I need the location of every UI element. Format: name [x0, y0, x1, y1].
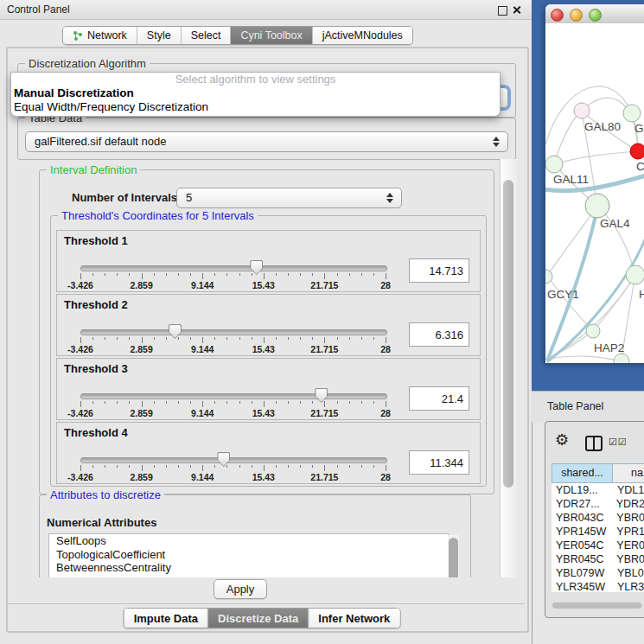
threshold-4-value-field[interactable]: 11.344 [409, 450, 469, 475]
threshold-1-slider[interactable]: -3.4262.8599.14415.4321.71528 [80, 262, 386, 290]
slider-track[interactable] [80, 329, 387, 335]
attributes-list-scrollbar[interactable] [448, 535, 459, 577]
cell-shared-name[interactable]: YPR145W [552, 525, 612, 539]
top-right-node[interactable] [623, 105, 641, 122]
float-window-icon[interactable] [498, 6, 507, 16]
table-row[interactable]: YBL079WYBL0 [552, 566, 644, 580]
column-header-shared[interactable]: shared... [552, 463, 613, 483]
slider-tick [288, 401, 289, 404]
cell-name[interactable]: YDR2 [612, 497, 644, 511]
attribute-list-item[interactable]: BetweennessCentrality [49, 561, 448, 575]
dropdown-option-manual-discretization[interactable]: Manual Discretization [11, 86, 500, 100]
tab-discretize-data[interactable]: Discretize Data [208, 609, 309, 628]
checkbox-pair-icon[interactable]: ☑☑ [609, 437, 628, 448]
HAP2-node[interactable] [586, 324, 600, 338]
cell-name[interactable]: YLR3 [613, 580, 644, 592]
network-edge[interactable] [545, 86, 632, 144]
threshold-4-slider[interactable]: -3.4262.8599.14415.4321.71528 [80, 454, 386, 481]
network-window-titlebar[interactable] [545, 4, 644, 24]
attribute-list-item[interactable]: SelfLoops [49, 534, 448, 548]
cell-shared-name[interactable]: YBR043C [552, 511, 612, 525]
number-of-intervals-spinner[interactable]: 5 [176, 188, 402, 208]
panel-title: Control Panel [7, 3, 70, 16]
zoom-traffic-light[interactable] [589, 9, 602, 22]
network-edge[interactable] [554, 151, 638, 164]
scrollbar-thumb[interactable] [552, 603, 641, 609]
slider-track[interactable] [80, 457, 387, 463]
threshold-2-value-field[interactable]: 6.316 [409, 322, 469, 347]
table-row[interactable]: YPR145WYPR1 [552, 525, 644, 539]
threshold-1-value-field[interactable]: 14.713 [409, 258, 469, 283]
bottom-node[interactable] [614, 354, 629, 363]
cell-shared-name[interactable]: YBR045C [552, 552, 612, 566]
slider-tick-label: 28 [380, 408, 391, 418]
slider-tick-label: 15.43 [252, 280, 275, 290]
cell-name[interactable]: YBR0 [612, 552, 644, 566]
table-row[interactable]: YLR345WYLR3 [552, 580, 644, 592]
cell-shared-name[interactable]: YER054C [552, 539, 612, 552]
table-row[interactable]: YBR045CYBR0 [552, 552, 644, 566]
GAL11-node[interactable] [545, 156, 563, 173]
threshold-3-slider[interactable]: -3.4262.8599.14415.4321.71528 [80, 390, 386, 418]
tab-infer-network[interactable]: Infer Network [309, 609, 399, 628]
settings-vertical-scrollbar[interactable] [500, 159, 517, 577]
network-edge[interactable] [547, 356, 622, 361]
tab-style[interactable]: Style [137, 27, 182, 44]
cell-name[interactable]: YBL0 [613, 566, 644, 580]
slider-tick [117, 337, 118, 340]
threshold-2-slider[interactable]: -3.4262.8599.14415.4321.71528 [80, 326, 386, 354]
cell-shared-name[interactable]: YDR27... [552, 497, 612, 511]
tab-network[interactable]: Network [63, 27, 137, 44]
threshold-3-value-field[interactable]: 21.4 [409, 386, 469, 411]
table-horizontal-scrollbar[interactable] [552, 602, 643, 609]
panel-divider [7, 603, 525, 604]
cell-name[interactable]: YBR0 [612, 511, 644, 525]
tab-impute-data[interactable]: Impute Data [124, 609, 208, 628]
table-row[interactable]: YER054CYER0 [552, 539, 644, 552]
network-canvas[interactable]: GAL80GACGAL11GAL4GCY1HHAP2 [545, 23, 644, 363]
tab-cyni-toolbox[interactable]: Cyni Toolbox [231, 27, 312, 44]
cell-name[interactable]: YPR1 [612, 525, 644, 539]
apply-button[interactable]: Apply [214, 579, 267, 599]
table-row[interactable]: YDL19...YDL1 [552, 483, 644, 497]
cell-name[interactable]: YDL1 [613, 483, 644, 497]
slider-tick [252, 337, 252, 340]
scrollbar-thumb[interactable] [503, 180, 513, 488]
column-header-name[interactable]: na [613, 463, 644, 483]
slider-tick [252, 465, 252, 468]
close-traffic-light[interactable] [551, 9, 564, 22]
cell-shared-name[interactable]: YBL079W [552, 566, 613, 580]
column-layout-icon[interactable] [585, 436, 603, 451]
slider-tick [373, 401, 374, 404]
numerical-attributes-label: Numerical Attributes [47, 516, 156, 529]
GAL4-node[interactable] [585, 194, 609, 218]
table-data-combobox[interactable]: galFiltered.sif default node [25, 131, 508, 152]
table-row[interactable]: YDR27...YDR2 [552, 497, 644, 511]
threshold-1-panel: Threshold 1 -3.4262.8599.14415.4321.7152… [56, 230, 481, 292]
red-highlight-node[interactable] [630, 143, 644, 159]
dropdown-option-equal-width-frequency[interactable]: Equal Width/Frequency Discretization [11, 100, 500, 114]
algorithm-dropdown-popup: Select algorithm to view settings Manual… [10, 72, 501, 117]
slider-tick [80, 337, 81, 343]
tab-jactivemnodules[interactable]: jActiveMNodules [313, 27, 412, 44]
table-row[interactable]: YBR043CYBR0 [552, 511, 644, 525]
tab-select[interactable]: Select [182, 27, 232, 44]
cell-shared-name[interactable]: YDL19... [552, 483, 613, 497]
gear-icon[interactable]: ⚙ [555, 432, 569, 448]
slider-track[interactable] [80, 265, 387, 271]
cell-shared-name[interactable]: YLR345W [552, 580, 613, 592]
minimize-traffic-light[interactable] [570, 9, 583, 22]
close-icon[interactable] [512, 5, 521, 15]
attributes-group-title: Attributes to discretize [47, 488, 164, 501]
cell-name[interactable]: YER0 [612, 539, 644, 552]
GAL80-node[interactable] [574, 103, 590, 118]
scrollbar-thumb[interactable] [449, 538, 458, 577]
right-node[interactable] [626, 265, 644, 284]
dropdown-hint-item: Select algorithm to view settings [11, 73, 500, 86]
slider-tick [264, 401, 265, 407]
numerical-attributes-list[interactable]: SelfLoopsTopologicalCoefficientBetweenne… [48, 533, 449, 577]
network-edge[interactable] [593, 275, 635, 331]
slider-track[interactable] [80, 393, 387, 399]
slider-tick [337, 273, 338, 276]
attribute-list-item[interactable]: TopologicalCoefficient [49, 548, 448, 562]
